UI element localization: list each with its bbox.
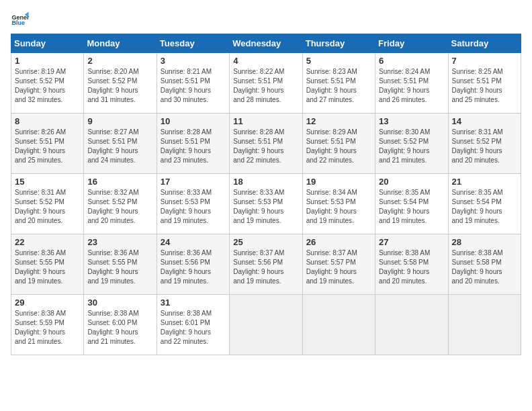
calendar-cell: 24Sunrise: 8:36 AM Sunset: 5:56 PM Dayli… [157,234,229,295]
day-number: 23 [87,237,152,247]
day-info: Sunrise: 8:26 AM Sunset: 5:51 PM Dayligh… [15,128,80,165]
day-number: 13 [379,116,444,126]
day-number: 24 [161,237,226,247]
calendar-cell: 25Sunrise: 8:37 AM Sunset: 5:56 PM Dayli… [230,234,302,295]
day-info: Sunrise: 8:34 AM Sunset: 5:53 PM Dayligh… [306,188,371,226]
day-number: 26 [306,237,371,247]
calendar-cell: 22Sunrise: 8:36 AM Sunset: 5:55 PM Dayli… [11,234,84,295]
day-number: 11 [233,116,298,126]
weekday-header-thursday: Thursday [302,34,375,53]
calendar-cell: 4Sunrise: 8:22 AM Sunset: 5:51 PM Daylig… [230,53,302,113]
logo-icon: General Blue [11,11,30,30]
day-number: 30 [87,298,152,308]
calendar-cell: 5Sunrise: 8:23 AM Sunset: 5:51 PM Daylig… [302,53,375,113]
calendar-week-4: 22Sunrise: 8:36 AM Sunset: 5:55 PM Dayli… [11,234,521,295]
calendar-cell [448,295,521,355]
calendar-cell: 1Sunrise: 8:19 AM Sunset: 5:52 PM Daylig… [11,53,84,113]
day-info: Sunrise: 8:31 AM Sunset: 5:52 PM Dayligh… [15,188,80,226]
day-number: 18 [233,177,298,187]
calendar-week-1: 1Sunrise: 8:19 AM Sunset: 5:52 PM Daylig… [11,53,521,113]
day-info: Sunrise: 8:22 AM Sunset: 5:51 PM Dayligh… [233,67,298,105]
day-info: Sunrise: 8:38 AM Sunset: 5:58 PM Dayligh… [452,248,517,286]
weekday-header-wednesday: Wednesday [230,34,302,53]
day-info: Sunrise: 8:31 AM Sunset: 5:52 PM Dayligh… [452,128,517,165]
calendar-cell: 14Sunrise: 8:31 AM Sunset: 5:52 PM Dayli… [448,113,521,174]
weekday-header-monday: Monday [84,34,157,53]
day-info: Sunrise: 8:35 AM Sunset: 5:54 PM Dayligh… [452,188,517,226]
day-number: 20 [379,177,444,187]
weekday-header-saturday: Saturday [448,34,521,53]
day-info: Sunrise: 8:36 AM Sunset: 5:55 PM Dayligh… [87,248,152,286]
calendar-cell: 9Sunrise: 8:27 AM Sunset: 5:51 PM Daylig… [84,113,157,174]
day-info: Sunrise: 8:36 AM Sunset: 5:55 PM Dayligh… [15,248,80,286]
day-info: Sunrise: 8:35 AM Sunset: 5:54 PM Dayligh… [379,188,444,226]
day-number: 16 [87,177,152,187]
weekday-header-friday: Friday [375,34,448,53]
day-number: 8 [15,116,80,126]
svg-text:Blue: Blue [11,19,25,26]
day-info: Sunrise: 8:38 AM Sunset: 6:00 PM Dayligh… [87,309,152,347]
calendar-cell [302,295,375,355]
calendar-cell: 26Sunrise: 8:37 AM Sunset: 5:57 PM Dayli… [302,234,375,295]
calendar-cell: 2Sunrise: 8:20 AM Sunset: 5:52 PM Daylig… [84,53,157,113]
calendar-cell: 27Sunrise: 8:38 AM Sunset: 5:58 PM Dayli… [375,234,448,295]
day-number: 6 [379,56,444,66]
day-info: Sunrise: 8:36 AM Sunset: 5:56 PM Dayligh… [161,248,226,286]
day-info: Sunrise: 8:33 AM Sunset: 5:53 PM Dayligh… [233,188,298,226]
day-number: 3 [161,56,226,66]
calendar-cell: 19Sunrise: 8:34 AM Sunset: 5:53 PM Dayli… [302,174,375,234]
calendar-week-3: 15Sunrise: 8:31 AM Sunset: 5:52 PM Dayli… [11,174,521,234]
day-number: 14 [452,116,517,126]
calendar-cell [230,295,302,355]
calendar-cell: 17Sunrise: 8:33 AM Sunset: 5:53 PM Dayli… [157,174,229,234]
calendar-cell: 16Sunrise: 8:32 AM Sunset: 5:52 PM Dayli… [84,174,157,234]
day-number: 15 [15,177,80,187]
day-number: 21 [452,177,517,187]
day-number: 25 [233,237,298,247]
calendar-week-5: 29Sunrise: 8:38 AM Sunset: 5:59 PM Dayli… [11,295,521,355]
day-info: Sunrise: 8:25 AM Sunset: 5:51 PM Dayligh… [452,67,517,105]
day-number: 31 [161,298,226,308]
weekday-header-sunday: Sunday [11,34,84,53]
calendar-cell: 29Sunrise: 8:38 AM Sunset: 5:59 PM Dayli… [11,295,84,355]
calendar-cell: 3Sunrise: 8:21 AM Sunset: 5:51 PM Daylig… [157,53,229,113]
calendar-cell: 28Sunrise: 8:38 AM Sunset: 5:58 PM Dayli… [448,234,521,295]
calendar-cell: 12Sunrise: 8:29 AM Sunset: 5:51 PM Dayli… [302,113,375,174]
day-info: Sunrise: 8:23 AM Sunset: 5:51 PM Dayligh… [306,67,371,105]
day-info: Sunrise: 8:28 AM Sunset: 5:51 PM Dayligh… [233,128,298,165]
weekday-header-tuesday: Tuesday [157,34,229,53]
calendar-cell: 10Sunrise: 8:28 AM Sunset: 5:51 PM Dayli… [157,113,229,174]
weekday-header-row: SundayMondayTuesdayWednesdayThursdayFrid… [11,34,521,53]
logo: General Blue [11,11,32,30]
day-number: 10 [161,116,226,126]
day-number: 28 [452,237,517,247]
calendar-week-2: 8Sunrise: 8:26 AM Sunset: 5:51 PM Daylig… [11,113,521,174]
calendar-cell: 31Sunrise: 8:38 AM Sunset: 6:01 PM Dayli… [157,295,229,355]
calendar-table: SundayMondayTuesdayWednesdayThursdayFrid… [11,34,521,355]
day-info: Sunrise: 8:32 AM Sunset: 5:52 PM Dayligh… [87,188,152,226]
calendar-cell: 30Sunrise: 8:38 AM Sunset: 6:00 PM Dayli… [84,295,157,355]
calendar-cell: 18Sunrise: 8:33 AM Sunset: 5:53 PM Dayli… [230,174,302,234]
day-info: Sunrise: 8:38 AM Sunset: 5:59 PM Dayligh… [15,309,80,347]
day-number: 5 [306,56,371,66]
day-number: 17 [161,177,226,187]
day-info: Sunrise: 8:30 AM Sunset: 5:52 PM Dayligh… [379,128,444,165]
day-info: Sunrise: 8:21 AM Sunset: 5:51 PM Dayligh… [161,67,226,105]
day-number: 29 [15,298,80,308]
calendar-cell: 8Sunrise: 8:26 AM Sunset: 5:51 PM Daylig… [11,113,84,174]
calendar-cell: 7Sunrise: 8:25 AM Sunset: 5:51 PM Daylig… [448,53,521,113]
day-number: 7 [452,56,517,66]
day-number: 12 [306,116,371,126]
day-info: Sunrise: 8:33 AM Sunset: 5:53 PM Dayligh… [161,188,226,226]
calendar-cell [375,295,448,355]
day-number: 4 [233,56,298,66]
day-number: 9 [87,116,152,126]
calendar-cell: 20Sunrise: 8:35 AM Sunset: 5:54 PM Dayli… [375,174,448,234]
day-info: Sunrise: 8:38 AM Sunset: 6:01 PM Dayligh… [161,309,226,347]
day-info: Sunrise: 8:38 AM Sunset: 5:58 PM Dayligh… [379,248,444,286]
day-number: 22 [15,237,80,247]
day-info: Sunrise: 8:28 AM Sunset: 5:51 PM Dayligh… [161,128,226,165]
day-info: Sunrise: 8:29 AM Sunset: 5:51 PM Dayligh… [306,128,371,165]
day-info: Sunrise: 8:24 AM Sunset: 5:51 PM Dayligh… [379,67,444,105]
page-header: General Blue [11,11,521,30]
